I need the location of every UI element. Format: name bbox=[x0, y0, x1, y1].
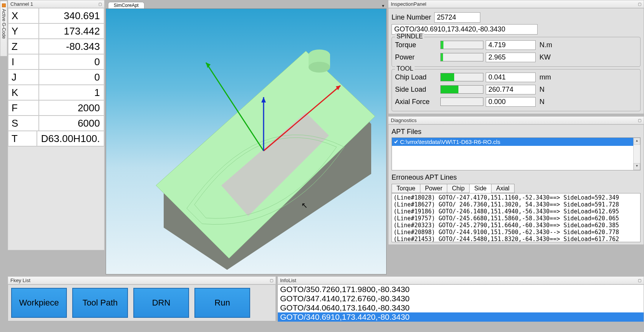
fkey-tool-path[interactable]: Tool Path bbox=[72, 288, 128, 318]
apt-file-checkbox[interactable] bbox=[393, 139, 398, 144]
metric-label: Torque bbox=[395, 41, 440, 49]
coord-label: S bbox=[8, 116, 39, 131]
coord-value: 1 bbox=[39, 85, 104, 100]
apt-files-scrollbar[interactable]: ▴ ▾ bbox=[633, 138, 640, 170]
diag-tab-side[interactable]: Side bbox=[469, 184, 491, 193]
channel-title-bar[interactable]: Channel 1 ▢ bbox=[8, 0, 105, 8]
coord-value: -80.343 bbox=[39, 39, 104, 54]
coord-row: TD63.00H100. bbox=[8, 131, 104, 146]
coord-value: 0 bbox=[39, 54, 104, 69]
info-line[interactable]: GOTO/350.7260,171.9800,-80.3430 bbox=[278, 285, 644, 294]
svg-point-4 bbox=[309, 62, 330, 73]
channel-title: Channel 1 bbox=[10, 1, 33, 7]
viewport-tab-simcoreapt[interactable]: SimCoreApt bbox=[108, 2, 144, 8]
info-line[interactable]: GOTO/340.6910,173.4420,-80.3430 bbox=[278, 312, 644, 322]
info-line[interactable]: GOTO/344.0640,173.1640,-80.3430 bbox=[278, 303, 644, 312]
pin-icon[interactable]: ▢ bbox=[638, 278, 641, 282]
apt-files-list[interactable]: C:\vmx\testdata\VW\T1-D63-R6-RO.cls ▴ ▾ bbox=[392, 137, 641, 170]
metric-value: 0.041 bbox=[486, 73, 536, 82]
fkey-run[interactable]: Run bbox=[194, 288, 250, 318]
tool-row: Axial Force0.000N bbox=[395, 96, 637, 108]
line-number-label: Line Number bbox=[392, 13, 431, 21]
info-list[interactable]: GOTO/350.7260,171.9800,-80.3430GOTO/347.… bbox=[277, 284, 644, 322]
viewport-panel: SimCoreApt ▾ ↖ bbox=[106, 0, 387, 274]
fkey-body: WorkpieceTool PathDRNRun bbox=[8, 284, 276, 321]
apt-file-path: C:\vmx\testdata\VW\T1-D63-R6-RO.cls bbox=[400, 139, 500, 145]
erroneous-lines-label: Erroneous APT Lines bbox=[392, 173, 641, 182]
info-title: InfoList bbox=[280, 277, 296, 283]
sidebar-tab-active-gcode[interactable]: Active G-Code bbox=[0, 1, 7, 56]
info-title-bar[interactable]: InfoList ▢ bbox=[277, 276, 644, 284]
metric-bar[interactable] bbox=[440, 53, 483, 61]
spindle-group: SPINDLE Torque4.719N.mPower2.965KW bbox=[392, 37, 641, 67]
cursor-icon: ↖ bbox=[301, 201, 308, 210]
coord-value: 6000 bbox=[39, 116, 104, 131]
fkey-drn[interactable]: DRN bbox=[133, 288, 189, 318]
metric-value: 2.965 bbox=[486, 53, 536, 62]
fkey-title: Fkey List bbox=[10, 277, 30, 283]
pin-icon[interactable]: ▢ bbox=[638, 118, 641, 122]
inspection-title-bar[interactable]: InspectionPanel ▢ bbox=[388, 0, 644, 8]
fkey-panel: Fkey List ▢ WorkpieceTool PathDRNRun bbox=[8, 276, 276, 321]
diagnostics-title: Diagnostics bbox=[391, 117, 417, 123]
scroll-down-icon[interactable]: ▾ bbox=[634, 163, 640, 170]
metric-bar[interactable] bbox=[440, 73, 483, 81]
coord-value: 173.442 bbox=[39, 23, 104, 39]
fkey-title-bar[interactable]: Fkey List ▢ bbox=[8, 276, 276, 284]
coord-label: Z bbox=[8, 39, 39, 54]
viewport-3d[interactable]: ↖ bbox=[106, 8, 387, 274]
coord-grid: X340.691Y173.442Z-80.343I0J0K1F2000S6000… bbox=[8, 8, 105, 147]
coord-label: T bbox=[8, 131, 37, 146]
channel-empty-area bbox=[8, 147, 105, 250]
metric-value: 260.774 bbox=[486, 85, 536, 94]
fkey-workpiece[interactable]: Workpiece bbox=[11, 288, 67, 318]
metric-value: 4.719 bbox=[486, 40, 536, 50]
metric-bar[interactable] bbox=[440, 85, 483, 94]
erroneous-lines-list[interactable]: (Line#18028) GOTO/-247.4170,151.1160,-52… bbox=[392, 193, 641, 242]
coord-label: J bbox=[8, 69, 39, 85]
apt-files-label: APT Files bbox=[392, 128, 641, 136]
inspection-title: InspectionPanel bbox=[391, 1, 427, 7]
coord-row: F2000 bbox=[8, 100, 104, 116]
tool-group: TOOL Chip Load0.041mmSide Load260.774NAx… bbox=[392, 69, 641, 111]
line-number-input[interactable] bbox=[434, 12, 480, 23]
sidebar-tab-icon bbox=[2, 3, 6, 7]
pin-icon[interactable]: ▢ bbox=[638, 2, 641, 6]
spindle-row: Power2.965KW bbox=[395, 51, 637, 63]
viewport-dropdown-icon[interactable]: ▾ bbox=[382, 3, 387, 8]
tool-row: Side Load260.774N bbox=[395, 83, 637, 96]
coord-row: I0 bbox=[8, 54, 104, 69]
scroll-up-icon[interactable]: ▴ bbox=[634, 138, 640, 145]
diagnostics-title-bar[interactable]: Diagnostics ▢ bbox=[388, 116, 644, 124]
diag-tab-power[interactable]: Power bbox=[420, 184, 447, 193]
diagnostics-panel-wrap: Diagnostics ▢ APT Files C:\vmx\testdata\… bbox=[388, 116, 644, 245]
diagnostics-panel: APT Files C:\vmx\testdata\VW\T1-D63-R6-R… bbox=[388, 124, 644, 245]
diag-tab-torque[interactable]: Torque bbox=[392, 184, 420, 193]
metric-label: Power bbox=[395, 53, 440, 61]
diag-tab-axial[interactable]: Axial bbox=[491, 184, 515, 193]
spindle-group-title: SPINDLE bbox=[395, 33, 424, 40]
metric-label: Chip Load bbox=[395, 73, 440, 81]
info-line[interactable]: GOTO/347.4140,172.6760,-80.3430 bbox=[278, 294, 644, 303]
info-panel: InfoList ▢ GOTO/350.7260,171.9800,-80.34… bbox=[277, 276, 644, 322]
metric-value: 0.000 bbox=[486, 97, 536, 107]
metric-label: Axial Force bbox=[395, 98, 440, 106]
metric-bar[interactable] bbox=[440, 41, 483, 49]
metric-bar[interactable] bbox=[440, 97, 483, 106]
coord-row: J0 bbox=[8, 69, 104, 85]
workpiece-render bbox=[106, 9, 387, 274]
viewport-tabbar: SimCoreApt ▾ bbox=[106, 0, 387, 8]
tool-row: Chip Load0.041mm bbox=[395, 71, 637, 83]
coord-label: I bbox=[8, 54, 39, 69]
spindle-row: Torque4.719N.m bbox=[395, 39, 637, 51]
coord-label: F bbox=[8, 100, 39, 116]
diag-tab-chip[interactable]: Chip bbox=[447, 184, 470, 193]
pin-icon[interactable]: ▢ bbox=[270, 278, 273, 282]
metric-unit: N bbox=[536, 86, 555, 94]
coord-row: X340.691 bbox=[8, 8, 104, 23]
apt-file-item[interactable]: C:\vmx\testdata\VW\T1-D63-R6-RO.cls bbox=[392, 138, 633, 146]
pin-icon[interactable]: ▢ bbox=[98, 2, 102, 6]
metric-unit: mm bbox=[536, 73, 555, 81]
coord-row: K1 bbox=[8, 85, 104, 100]
channel-panel: Channel 1 ▢ X340.691Y173.442Z-80.343I0J0… bbox=[8, 0, 105, 250]
